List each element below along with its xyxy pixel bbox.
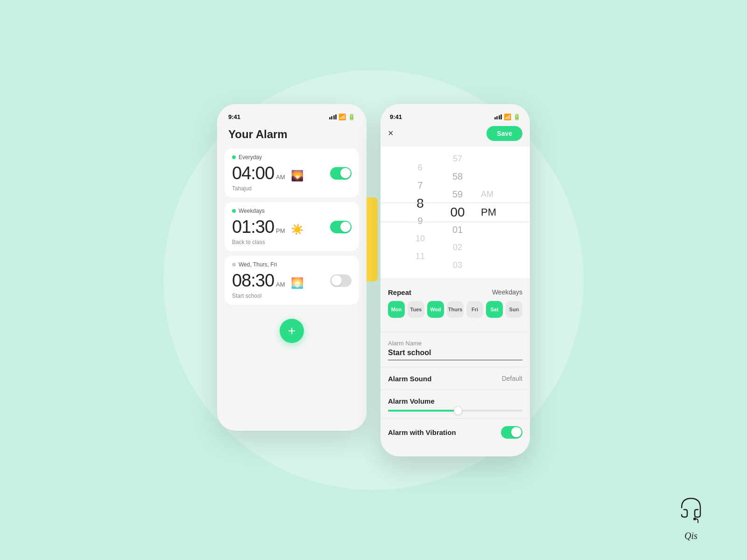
volume-fill (388, 410, 458, 412)
day-mon[interactable]: Mon (388, 301, 405, 318)
brand-name: Qis (684, 531, 698, 541)
alarm-card-1[interactable]: Everyday 04:00 AM 🌄 Tahajud (225, 148, 359, 197)
ampm-item (481, 257, 509, 274)
day-sat[interactable]: Sat (486, 301, 503, 318)
alarm-icon-2: ☀️ (291, 224, 303, 236)
repeat-row: Repeat Weekdays (388, 288, 522, 296)
sound-label: Alarm Sound (388, 375, 431, 383)
status-bar-left: 9:41 📶 🔋 (225, 113, 359, 126)
alarm-time-1: 04:00 AM 🌄 (232, 163, 303, 183)
status-icons-right: 📶 🔋 (494, 113, 521, 120)
divider-4 (381, 418, 530, 419)
hour-item: 10 (402, 230, 439, 248)
alarm-category-3: Wed, Thurs, Fri (232, 261, 352, 268)
ampm-item (481, 150, 509, 168)
divider-2 (381, 367, 530, 367)
time-picker[interactable]: 6 7 8 9 10 11 57 58 59 00 01 02 03 (381, 147, 530, 278)
status-icons-left: 📶 🔋 (329, 113, 356, 120)
save-button[interactable]: Save (486, 126, 522, 141)
alarm-name-1: Tahajud (232, 185, 352, 192)
hour-item: 6 (402, 159, 439, 177)
toggle-1[interactable] (330, 167, 352, 180)
picker-highlight (381, 203, 530, 222)
hour-item: 11 (402, 248, 439, 266)
vibration-toggle[interactable] (501, 426, 522, 439)
toggle-3[interactable] (330, 274, 352, 287)
battery-icon: 🔋 (348, 113, 355, 120)
alarm-card-3[interactable]: Wed, Thurs, Fri 08:30 AM 🌅 Start school (225, 256, 359, 305)
alarm-volume-section: Alarm Volume (381, 392, 530, 415)
phone-left: 9:41 📶 🔋 Your Alarm Everyday (217, 104, 366, 431)
wifi-icon-right: 📶 (504, 113, 511, 120)
minute-item: 59 (439, 186, 476, 203)
yellow-accent-bar (366, 197, 378, 281)
repeat-section: Repeat Weekdays Mon Tues Wed Thurs Fri S… (381, 284, 530, 329)
active-dot-2 (232, 209, 236, 213)
days-row: Mon Tues Wed Thurs Fri Sat Sun (388, 301, 522, 318)
status-time-right: 9:41 (390, 113, 402, 120)
signal-icon (329, 114, 337, 119)
ampm-item: AM (481, 186, 509, 203)
alarm-icon-3: 🌅 (291, 277, 303, 289)
brand-logo: Qis (672, 489, 710, 541)
vibration-label: Alarm with Vibration (388, 428, 456, 436)
active-dot-1 (232, 155, 236, 159)
battery-icon-right: 🔋 (513, 113, 521, 120)
divider-3 (381, 389, 530, 390)
phone-right: 9:41 📶 🔋 × Save 6 (381, 104, 530, 456)
alarm-category-1: Everyday (232, 154, 352, 161)
day-wed[interactable]: Wed (427, 301, 444, 318)
toggle-2[interactable] (330, 221, 352, 233)
add-alarm-button[interactable]: + (280, 319, 304, 343)
alarm-time-3: 08:30 AM 🌅 (232, 271, 303, 291)
volume-thumb[interactable] (454, 406, 462, 415)
ampm-item (481, 221, 509, 239)
close-button[interactable]: × (388, 128, 394, 139)
alarm-name-2: Back to class (232, 239, 352, 245)
right-header: × Save (381, 126, 530, 147)
ampm-item (481, 168, 509, 186)
inactive-dot-3 (232, 263, 236, 266)
logo-svg (672, 489, 710, 526)
alarm-time-row-3: 08:30 AM 🌅 (232, 271, 352, 291)
alarm-category-2: Weekdays (232, 208, 352, 214)
alarm-time-row-1: 04:00 AM 🌄 (232, 163, 352, 183)
signal-icon-right (494, 114, 502, 119)
minute-item: 01 (439, 221, 476, 239)
day-tues[interactable]: Tues (408, 301, 424, 318)
volume-slider[interactable] (388, 410, 522, 412)
vibration-row: Alarm with Vibration (388, 426, 522, 439)
day-sun[interactable]: Sun (506, 301, 522, 318)
sound-value: Default (502, 375, 522, 382)
hour-item: 7 (402, 177, 439, 195)
logo-icon (672, 489, 710, 531)
ampm-item (481, 239, 509, 257)
repeat-label: Repeat (388, 288, 411, 296)
alarm-name-value[interactable]: Start school (388, 349, 522, 360)
alarm-card-2[interactable]: Weekdays 01:30 PM ☀️ Back to class (225, 202, 359, 251)
wifi-icon: 📶 (338, 113, 346, 120)
alarm-name-section: Alarm Name Start school (381, 335, 530, 364)
alarm-icon-1: 🌄 (291, 170, 303, 182)
minute-item: 58 (439, 168, 476, 186)
repeat-value: Weekdays (492, 288, 522, 296)
day-fri[interactable]: Fri (466, 301, 483, 318)
alarm-time-2: 01:30 PM ☀️ (232, 217, 303, 237)
day-thurs[interactable]: Thurs (447, 301, 464, 318)
volume-label: Alarm Volume (388, 397, 522, 405)
sound-row: Alarm Sound Default (388, 375, 522, 383)
alarm-name-3: Start school (232, 293, 352, 299)
divider-1 (381, 332, 530, 332)
alarm-time-row-2: 01:30 PM ☀️ (232, 217, 352, 237)
minute-item: 03 (439, 257, 476, 274)
minute-item: 02 (439, 239, 476, 257)
alarm-vibration-section: Alarm with Vibration (381, 421, 530, 442)
alarm-sound-section[interactable]: Alarm Sound Default (381, 370, 530, 386)
minute-item: 57 (439, 150, 476, 168)
status-time-left: 9:41 (228, 113, 240, 120)
phones-container: 9:41 📶 🔋 Your Alarm Everyday (217, 104, 530, 456)
alarm-name-label: Alarm Name (388, 340, 522, 347)
page-title: Your Alarm (225, 126, 359, 148)
status-bar-right: 9:41 📶 🔋 (381, 113, 530, 126)
